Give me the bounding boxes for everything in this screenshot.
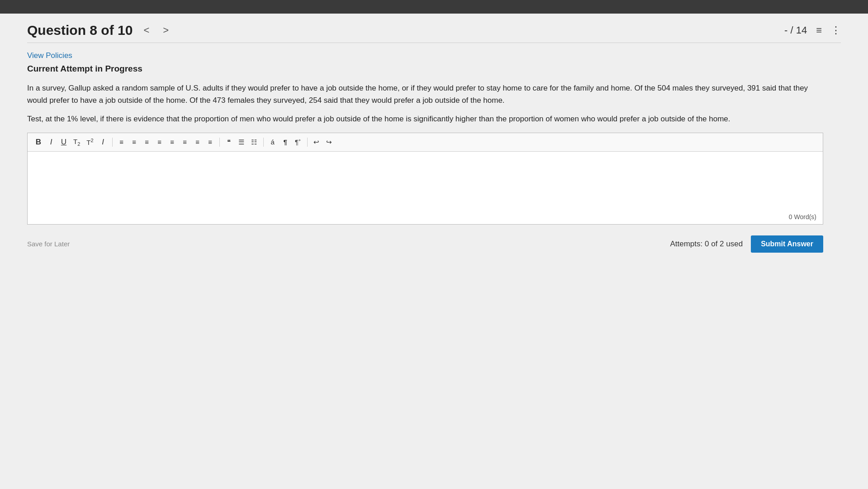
question-paragraph-1: In a survey, Gallup asked a random sampl… [27,82,823,106]
align-right-button[interactable]: ≡ [192,137,203,147]
toolbar-divider-4 [307,138,308,147]
top-bar [0,0,868,14]
italic-button[interactable]: I [46,137,57,148]
special-char-button[interactable]: á [267,137,278,147]
italic-x-button[interactable]: I [98,137,109,148]
underline-button[interactable]: U [58,137,69,148]
footer-row: Save for Later Attempts: 0 of 2 used Sub… [27,235,823,253]
prev-nav-button[interactable]: < [141,24,152,37]
paragraph-mark2-button[interactable]: ¶+ [293,137,304,147]
outdent-button[interactable]: ≡ [154,137,165,147]
current-attempt-label: Current Attempt in Progress [27,64,841,74]
score-text: - / 14 [784,24,807,36]
word-count: 0 Word(s) [28,211,823,224]
superscript-button[interactable]: T2 [84,137,95,147]
question-paragraph-2: Test, at the 1% level, if there is evide… [27,113,823,125]
editor-container: B I U T2 T2 I ≡ ≡ ≡ ≡ ≡ ≡ ≡ ≡ ❝ ☰ ☷ á ¶ … [27,133,823,225]
editor-toolbar: B I U T2 T2 I ≡ ≡ ≡ ≡ ≡ ≡ ≡ ≡ ❝ ☰ ☷ á ¶ … [28,133,823,152]
indent-button[interactable]: ≡ [142,137,152,147]
submit-answer-button[interactable]: Submit Answer [751,235,823,253]
question-title: Question 8 of 10 [27,23,133,38]
redo-button[interactable]: ↪ [324,137,335,147]
answer-editor[interactable] [28,152,823,211]
next-nav-button[interactable]: > [160,24,171,37]
ordered-list-button[interactable]: ≡ [116,137,127,147]
header-row: Question 8 of 10 < > - / 14 ≡ ⋮ [27,23,841,43]
header-left: Question 8 of 10 < > [27,23,171,38]
save-for-later-button[interactable]: Save for Later [27,240,70,248]
list-icon-button[interactable]: ≡ [816,24,822,36]
table-button[interactable]: ☷ [249,137,260,147]
header-right: - / 14 ≡ ⋮ [784,24,841,36]
toolbar-divider-1 [112,138,113,147]
quote-button[interactable]: ❝ [223,137,234,147]
bold-button[interactable]: B [33,137,44,148]
more-icon-button[interactable]: ⋮ [831,24,841,36]
undo-button[interactable]: ↩ [311,137,322,147]
paragraph-mark-button[interactable]: ¶ [280,137,291,147]
question-body: In a survey, Gallup asked a random sampl… [27,82,823,125]
align-left-button[interactable]: ≡ [167,137,178,147]
page-container: Question 8 of 10 < > - / 14 ≡ ⋮ View Pol… [0,14,868,489]
align-justify-button[interactable]: ≡ [205,137,216,147]
align-center-button[interactable]: ≡ [180,137,190,147]
subscript-button[interactable]: T2 [71,137,82,148]
view-policies-link[interactable]: View Policies [27,51,72,60]
attempts-text: Attempts: 0 of 2 used [670,240,743,249]
toolbar-divider-3 [263,138,264,147]
lines-button[interactable]: ☰ [236,137,247,147]
toolbar-divider-2 [219,138,220,147]
unordered-list-button[interactable]: ≡ [129,137,140,147]
footer-right: Attempts: 0 of 2 used Submit Answer [670,235,823,253]
